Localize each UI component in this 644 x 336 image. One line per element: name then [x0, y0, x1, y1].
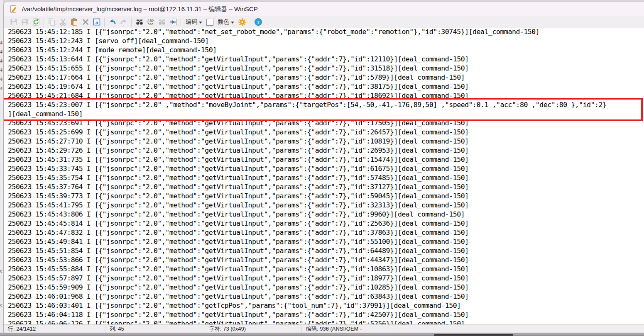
- log-content: 250623 15:45:12:185 I [{"jsonrpc":"2.0",…: [4, 28, 644, 324]
- log-line: 250623 15:45:12:244 I [mode remote][deal…: [8, 46, 644, 55]
- preferences-gear-icon: [238, 18, 247, 27]
- color-swatch[interactable]: [206, 19, 213, 26]
- save-icon: [10, 18, 18, 26]
- copy-icon: [48, 18, 56, 26]
- editor-text-area[interactable]: 250623 15:45:12:185 I [{"jsonrpc":"2.0",…: [4, 28, 644, 324]
- log-line: 250623 15:45:25:699 I [{"jsonrpc":"2.0",…: [8, 128, 644, 137]
- find-binoculars-icon: [135, 18, 144, 26]
- encoding-dropdown-label: 编码: [183, 18, 198, 26]
- log-line: 250623 15:45:13:644 I [{"jsonrpc":"2.0",…: [8, 55, 644, 64]
- background-text-fragment: 46: [0, 77, 3, 82]
- delete-x-icon: [81, 18, 90, 26]
- go-to-line-button[interactable]: [167, 17, 179, 27]
- status-char-indicator: 字符: 73 (0x49): [205, 325, 302, 333]
- undo-button[interactable]: [107, 17, 118, 27]
- log-line: 250623 15:45:33:745 I [{"jsonrpc":"2.0",…: [8, 164, 644, 173]
- color-dropdown-label: 颜色: [215, 18, 230, 26]
- save-button[interactable]: [8, 17, 19, 27]
- paste-icon: [70, 18, 78, 26]
- toolbar-separator: [131, 18, 132, 27]
- background-window-sliver: 464646464646eccs: [0, 0, 3, 336]
- log-line: 250623 15:45:41:795 I [{"jsonrpc":"2.0",…: [8, 201, 644, 210]
- encoding-dropdown[interactable]: 编码: [183, 17, 205, 27]
- preferences-button[interactable]: [237, 17, 248, 27]
- undo-icon: [108, 18, 117, 26]
- log-line: 250623 15:45:43:806 I [{"jsonrpc":"2.0",…: [8, 210, 644, 219]
- toolbar-separator: [44, 18, 44, 27]
- status-encoding-indicator: 编码: 936 (ANSI/OEM -: [302, 325, 397, 333]
- window-title: /var/volatile/tmp/mcserver_log/mcserver.…: [22, 5, 258, 13]
- find-button[interactable]: [134, 17, 145, 27]
- log-line: 250623 15:45:12:243 I [servo off][deal_c…: [8, 37, 644, 46]
- select-all-button[interactable]: a: [91, 17, 102, 27]
- background-text-fragment: cs: [0, 303, 3, 307]
- select-all-icon: a: [93, 18, 101, 26]
- log-line: 250623 15:45:35:754 I [{"jsonrpc":"2.0",…: [8, 173, 644, 183]
- log-line: 250623 15:45:55:884 I [{"jsonrpc":"2.0",…: [8, 265, 644, 274]
- help-button[interactable]: ?: [252, 17, 264, 27]
- redo-icon: [120, 18, 128, 26]
- background-text-fragment: ec: [0, 269, 3, 273]
- log-line: 250623 15:45:45:814 I [{"jsonrpc":"2.0",…: [8, 219, 644, 228]
- log-line: 250623 15:45:15:655 I [{"jsonrpc":"2.0",…: [8, 64, 644, 73]
- status-bar: 行: 24/1412 列: 45 字符: 73 (0x49) 编码: 936 (…: [4, 324, 644, 333]
- background-text-fragment: 46: [0, 41, 3, 45]
- log-line: 250623 15:45:19:674 I [{"jsonrpc":"2.0",…: [8, 82, 644, 91]
- delete-button[interactable]: [80, 17, 91, 27]
- find-next-button[interactable]: [156, 17, 167, 27]
- log-line: 250623 15:45:53:866 I [{"jsonrpc":"2.0",…: [8, 256, 644, 265]
- color-dropdown[interactable]: 颜色: [215, 17, 237, 27]
- log-line: 250623 15:45:21:684 I [{"jsonrpc":"2.0",…: [8, 91, 644, 100]
- go-to-line-icon: [169, 18, 177, 26]
- log-line: 250623 15:45:31:735 I [{"jsonrpc":"2.0",…: [8, 155, 644, 164]
- replace-icon: ab ac: [147, 18, 155, 26]
- log-line: 250623 15:45:49:841 I [{"jsonrpc":"2.0",…: [8, 237, 644, 246]
- svg-text:a: a: [95, 19, 98, 25]
- redo-button[interactable]: [118, 17, 129, 27]
- log-line: 250623 15:46:06:126 I [{"jsonrpc":"2.0",…: [8, 319, 644, 324]
- background-bottom-strip: [0, 333, 644, 336]
- save-all-button[interactable]: [19, 17, 30, 27]
- svg-text:?: ?: [257, 19, 260, 25]
- log-line: 250623 15:45:57:897 I [{"jsonrpc":"2.0",…: [8, 274, 644, 283]
- title-bar[interactable]: /var/volatile/tmp/mcserver_log/mcserver.…: [4, 2, 644, 16]
- status-column-indicator: 列: 45: [105, 325, 205, 333]
- log-line: 250623 15:46:01:968 I [{"jsonrpc":"2.0",…: [8, 292, 644, 301]
- find-next-binoculars-icon: [158, 18, 166, 26]
- status-line-indicator: 行: 24/1412: [4, 325, 105, 333]
- log-line-highlighted: ][deal_command-150]: [8, 110, 644, 119]
- replace-button[interactable]: ab ac: [145, 17, 156, 27]
- reload-button[interactable]: [30, 17, 42, 27]
- log-line: 250623 15:45:17:664 I [{"jsonrpc":"2.0",…: [8, 73, 644, 82]
- reload-icon: [32, 18, 40, 26]
- log-line: 250623 15:45:59:909 I [{"jsonrpc":"2.0",…: [8, 283, 644, 292]
- toolbar-separator: [250, 18, 250, 27]
- log-line: 250623 15:45:39:773 I [{"jsonrpc":"2.0",…: [8, 192, 644, 201]
- log-line: 250623 15:45:47:832 I [{"jsonrpc":"2.0",…: [8, 228, 644, 237]
- chevron-down-icon: [231, 22, 234, 24]
- svg-text:ac: ac: [149, 22, 154, 26]
- toolbar-separator: [104, 18, 105, 27]
- log-line: 250623 15:45:27:710 I [{"jsonrpc":"2.0",…: [8, 137, 644, 146]
- log-line-highlighted: 250623 15:45:23:007 I [{"jsonrpc":"2.0" …: [8, 100, 644, 110]
- log-line: 250623 15:45:12:185 I [{"jsonrpc":"2.0",…: [8, 28, 644, 37]
- paste-button[interactable]: [69, 17, 80, 27]
- background-text-fragment: 46: [0, 86, 3, 91]
- log-line: 250623 15:45:51:854 I [{"jsonrpc":"2.0",…: [8, 246, 644, 256]
- background-text-fragment: 46: [0, 50, 3, 54]
- log-line: 250623 15:46:03:401 I [{"jsonrpc":"2.0",…: [8, 301, 644, 310]
- log-line: 250623 15:45:23:691 I [{"jsonrpc":"2.0",…: [8, 119, 644, 128]
- log-line: 250623 15:45:37:764 I [{"jsonrpc":"2.0",…: [8, 183, 644, 192]
- background-text-fragment: 46: [0, 59, 3, 63]
- copy-button[interactable]: [46, 17, 57, 27]
- log-line: 250623 15:46:04:118 I [{"jsonrpc":"2.0",…: [8, 310, 644, 319]
- cut-button[interactable]: [57, 17, 69, 27]
- cut-icon: [59, 18, 67, 26]
- save-all-icon: [21, 18, 29, 26]
- edit-document-icon: [10, 5, 18, 13]
- background-text-fragment: 46: [0, 68, 3, 73]
- toolbar: a: [4, 16, 644, 28]
- chevron-down-icon: [199, 22, 202, 24]
- log-line: 250623 15:45:29:726 I [{"jsonrpc":"2.0",…: [8, 146, 644, 155]
- winscp-editor-window: /var/volatile/tmp/mcserver_log/mcserver.…: [3, 2, 644, 333]
